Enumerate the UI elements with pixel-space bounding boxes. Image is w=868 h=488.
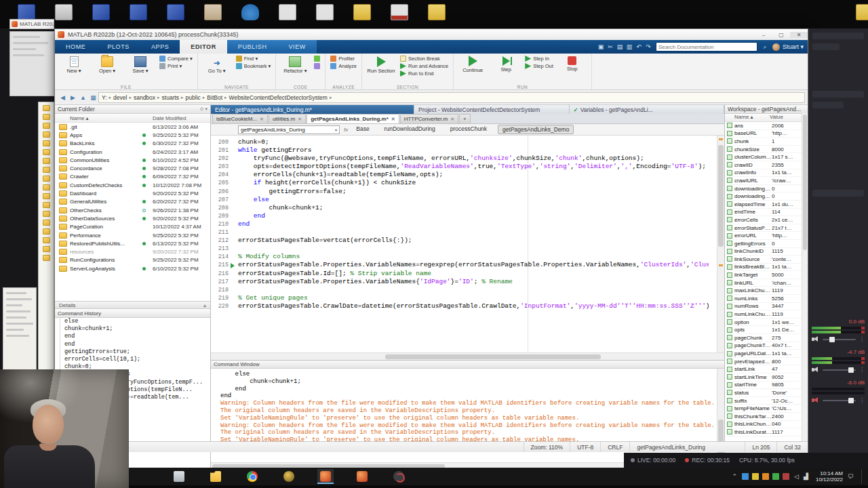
bookmark-button[interactable]: Bookmark ▾ <box>236 63 271 69</box>
options-icon[interactable]: ⋮ <box>859 397 865 403</box>
workspace-variable-row[interactable]: errorURL'http… <box>725 232 808 240</box>
open-button[interactable]: Open ▾ <box>93 56 121 74</box>
function-dropdown[interactable]: getPagesAndLinks_During ▾ <box>238 125 340 134</box>
code-line[interactable]: 219% Get unique pages <box>211 294 717 302</box>
options-icon[interactable]: ⋮ <box>859 367 865 373</box>
code-line[interactable]: 213 <box>211 245 717 253</box>
workspace-header[interactable]: Workspace - getPagesAnd... <box>725 105 808 114</box>
workspace-variable-row[interactable]: pageChunkTableC…40x7 t… <box>725 342 808 350</box>
column-date-modified[interactable]: Date Modified <box>153 115 210 121</box>
doc-tab[interactable]: isBlueCookieM...✕ <box>212 114 268 123</box>
code-line[interactable]: 217errorStatusPagesTable.Properties.Vari… <box>211 278 717 286</box>
code-line[interactable]: 216errorStatusPagesTable.Id=[]; % Strip … <box>211 270 717 278</box>
workspace-variable-row[interactable]: crawlID2355 <box>725 161 808 169</box>
volume-slider[interactable] <box>823 339 856 340</box>
options-icon[interactable]: ⋮ <box>859 336 865 342</box>
doc-tab[interactable]: getPagesAndLinks_During.m*✕ <box>307 114 399 123</box>
workspace-variable-row[interactable]: endTime114 <box>725 209 808 217</box>
close-icon[interactable]: ✕ <box>450 117 454 122</box>
code-line[interactable]: 207 else <box>211 196 717 204</box>
desktop-icon[interactable] <box>276 2 299 26</box>
tab-apps[interactable]: APPS <box>140 40 180 54</box>
workspace-variable-row[interactable]: numLinkChunksRe…1119 <box>725 310 808 319</box>
doc-tab[interactable]: HTTPConverter.m✕ <box>400 114 458 123</box>
breadcrumb-segment[interactable]: stuarts <box>162 94 180 101</box>
maximize-button[interactable]: ▢ <box>772 32 790 38</box>
command-window-header[interactable]: Command Window <box>211 361 724 369</box>
taskbar-obs-icon[interactable] <box>391 469 407 484</box>
workspace-variable-row[interactable]: linksBreakBlock1x1 ta… <box>725 264 808 272</box>
comment-button[interactable] <box>314 56 320 62</box>
folder-row[interactable]: Performance9/25/2022 5:32 PM <box>55 231 210 239</box>
tray-chevron-icon[interactable]: ⌃ <box>732 473 738 480</box>
speaker-icon[interactable]: ◁ <box>794 473 799 480</box>
breadcrumb-segment[interactable]: WebsiteContentDefectDetectorSystem <box>229 94 328 101</box>
folder-row[interactable]: PageCuration10/12/2022 4:37 AM <box>55 223 210 231</box>
workspace-variable-row[interactable]: linkURL'/chan… <box>725 279 808 287</box>
volume-slider[interactable] <box>823 369 856 371</box>
workspace-column-headers[interactable]: Name ▴ Value <box>725 114 808 122</box>
workspace-variable-row[interactable]: chunkSize8000 <box>725 146 808 154</box>
taskbar-app-window-icon[interactable] <box>171 469 187 484</box>
workspace-variable-row[interactable]: numRows3447 <box>725 303 808 311</box>
desktop-icon[interactable] <box>313 2 336 26</box>
notification-center-icon[interactable]: 🗩 <box>848 473 854 480</box>
slider-knob[interactable] <box>829 337 835 342</box>
tab-plots[interactable]: PLOTS <box>96 40 140 54</box>
copy-icon[interactable]: ▤ <box>615 43 625 50</box>
indent-button[interactable] <box>314 63 320 69</box>
print-button[interactable]: Print ▾ <box>159 63 193 69</box>
volume-slider[interactable] <box>823 400 856 401</box>
desktop-icon[interactable] <box>52 2 75 26</box>
folder-row[interactable]: resources9/20/2022 7:32 PM <box>55 247 210 256</box>
desktop-icon[interactable] <box>351 2 374 26</box>
history-item[interactable]: gettingErrors=true; <box>55 348 210 356</box>
folder-row[interactable]: OtherDataSources9/20/2022 5:32 PM <box>55 214 210 222</box>
breadcrumb-segment[interactable]: public <box>186 94 201 101</box>
code-line[interactable]: 218 <box>211 286 717 294</box>
speaker-icon[interactable] <box>812 336 819 342</box>
folder-row[interactable]: Concordance9/28/2022 7:08 PM <box>55 164 210 172</box>
goto-button[interactable]: Go To ▾ <box>203 56 231 74</box>
avatar[interactable] <box>772 43 780 51</box>
run-section-button[interactable]: Run Section <box>367 56 395 74</box>
breadcrumb[interactable]: Y:▸devel▸sandbox▸stuarts▸public▸BitBot▸W… <box>98 92 805 103</box>
taskbar-chrome-icon[interactable] <box>244 469 260 484</box>
section-break-button[interactable]: Section Break <box>400 56 448 62</box>
tray-icon[interactable] <box>772 473 779 480</box>
workspace-scrollbar[interactable] <box>802 113 808 470</box>
code-line[interactable]: 201while gettingErrors <box>211 146 717 155</box>
workspace-variable-row[interactable]: crawlURL'/craw… <box>725 177 808 185</box>
history-item[interactable]: chunk=chunk+1; <box>55 325 210 333</box>
breadcrumb-segment[interactable]: BitBot <box>207 94 222 101</box>
encoding-indicator[interactable]: UTF-8 <box>570 442 600 452</box>
stop-button[interactable]: Stop <box>558 56 587 72</box>
compare-button[interactable]: Compare ▾ <box>159 56 193 62</box>
desktop-icon[interactable] <box>239 2 262 26</box>
cut-icon[interactable]: ✂ <box>606 43 615 50</box>
workspace-variable-row[interactable]: errorStatusPagesT…21x7 t… <box>725 224 808 232</box>
slider-knob[interactable] <box>848 367 854 373</box>
folder-row[interactable]: CustomDefectChecks10/12/2022 7:08 PM <box>55 181 210 189</box>
desktop-icon[interactable] <box>127 2 150 26</box>
folder-row[interactable]: BackLinks6/30/2022 7:32 PM <box>55 140 210 148</box>
slider-knob[interactable] <box>848 398 854 403</box>
folder-row[interactable]: OtherChecks9/26/2022 1:38 PM <box>55 206 210 214</box>
tray-icon[interactable] <box>783 473 789 480</box>
taskbar-clock[interactable]: 10:14 AM 10/12/2022 <box>816 470 843 483</box>
taskbar-matlab-icon[interactable] <box>354 469 370 484</box>
workspace-variable-row[interactable]: startLinkTime9052 <box>725 373 808 382</box>
tab-publish[interactable]: PUBLISH <box>227 40 278 54</box>
workspace-variable-row[interactable]: gettingErrors0 <box>725 240 808 248</box>
folder-row[interactable]: Dashboard9/20/2022 5:32 PM <box>55 189 210 197</box>
workspace-variable-row[interactable]: suffix'12-Oc… <box>725 397 808 405</box>
user-menu[interactable]: Stuart ▾ <box>783 43 804 50</box>
search-icon[interactable]: ⌕ <box>760 43 770 51</box>
workspace-variable-row[interactable]: startLink47 <box>725 365 808 373</box>
desktop-icon[interactable] <box>425 2 448 26</box>
close-button[interactable]: ✕ <box>790 32 808 38</box>
code-line[interactable]: 200chunk=0; <box>211 138 717 146</box>
workspace-variable-row[interactable]: chunk1 <box>725 138 808 146</box>
speaker-muted-icon[interactable] <box>812 397 819 403</box>
code-line[interactable]: 220errorStatusPagesTable.CrawlDate=datet… <box>211 302 717 310</box>
